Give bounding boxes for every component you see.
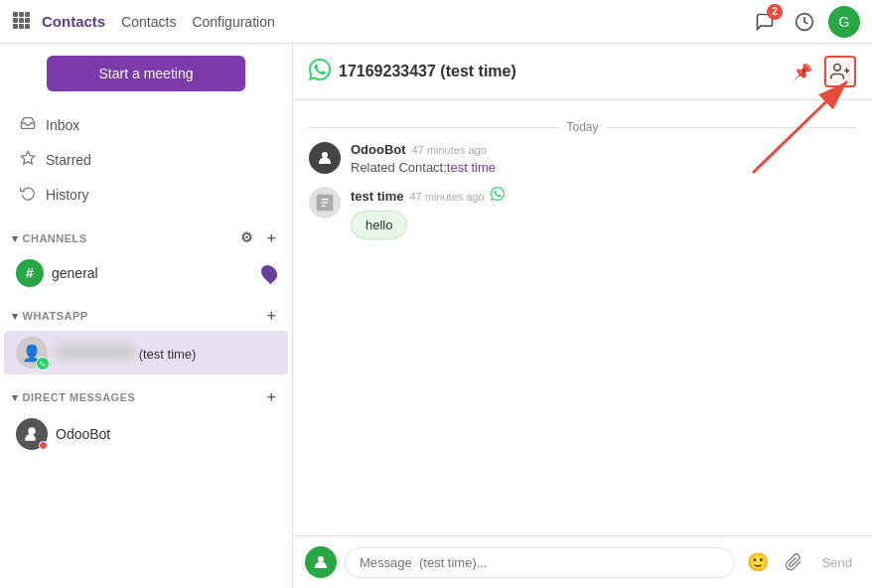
- chat-title: 17169233437 (test time): [339, 63, 787, 80]
- chat-input-area: 🙂 Send: [293, 535, 872, 588]
- svg-rect-1: [19, 12, 24, 17]
- svg-rect-8: [25, 24, 30, 29]
- message-row: test time 47 minutes ago hello: [309, 187, 856, 239]
- channels-section-header: ▾ CHANNELS ⚙ ＋: [0, 220, 292, 253]
- channels-toggle[interactable]: ▾: [12, 232, 19, 245]
- sidebar-navigation: Inbox Starred History: [0, 103, 292, 216]
- notification-badge: 2: [767, 4, 783, 20]
- sidebar-item-starred[interactable]: Starred: [0, 142, 292, 177]
- dm-odoobot[interactable]: OdooBot: [4, 412, 288, 456]
- contact-avatar-placeholder: [309, 187, 341, 219]
- svg-rect-4: [19, 18, 24, 23]
- related-contact-prefix: Related Contact:: [351, 160, 447, 175]
- testtime-message-content: test time 47 minutes ago hello: [351, 187, 856, 239]
- testtime-time: 47 minutes ago: [409, 191, 484, 203]
- odoobot-message-content: OdooBot 47 minutes ago Related Contact:t…: [351, 142, 856, 175]
- channel-indicator: [258, 262, 281, 285]
- whatsapp-toggle[interactable]: ▾: [12, 310, 19, 323]
- whatsapp-label: WHATSAPP: [23, 310, 262, 322]
- user-avatar-button[interactable]: G: [828, 6, 860, 38]
- sidebar: Start a meeting Inbox Starred: [0, 44, 293, 588]
- svg-marker-10: [21, 151, 34, 164]
- odoobot-avatar: [16, 418, 48, 450]
- main-layout: Start a meeting Inbox Starred: [0, 44, 872, 588]
- whatsapp-avatar-container: 👤: [16, 337, 48, 368]
- start-meeting-button[interactable]: Start a meeting: [47, 56, 245, 91]
- odoobot-name: OdooBot: [56, 426, 110, 442]
- dm-add-icon[interactable]: ＋: [262, 386, 281, 408]
- hello-bubble: hello: [351, 211, 407, 239]
- svg-rect-7: [19, 24, 24, 29]
- chat-header: 17169233437 (test time) 📌: [293, 44, 872, 100]
- svg-point-17: [322, 152, 328, 158]
- testtime-sender: test time: [351, 189, 403, 204]
- chat-area: 17169233437 (test time) 📌 Today: [293, 44, 872, 588]
- svg-rect-3: [13, 18, 18, 23]
- svg-point-22: [318, 556, 324, 562]
- history-icon: [20, 185, 36, 204]
- top-navigation: Contacts Contacts Configuration 2 G: [0, 0, 872, 44]
- add-user-button[interactable]: [824, 56, 856, 87]
- svg-point-11: [28, 427, 36, 435]
- svg-rect-0: [13, 12, 18, 17]
- odoobot-sender: OdooBot: [351, 142, 406, 157]
- channel-general[interactable]: # general: [4, 253, 288, 293]
- odoobot-time: 47 minutes ago: [412, 144, 487, 156]
- channel-icon: #: [16, 259, 44, 287]
- channels-settings-icon[interactable]: ⚙: [238, 227, 256, 249]
- whatsapp-contact-blurred: (test time): [56, 345, 276, 362]
- emoji-button[interactable]: 🙂: [743, 547, 773, 577]
- clock-button[interactable]: [789, 6, 820, 38]
- whatsapp-badge-icon: [36, 357, 50, 370]
- notifications-button[interactable]: 2: [749, 6, 781, 38]
- svg-rect-5: [25, 18, 30, 23]
- channel-name: general: [52, 265, 254, 281]
- user-initial: G: [839, 14, 850, 30]
- odoobot-msg-avatar: [309, 142, 341, 174]
- svg-point-14: [834, 65, 841, 72]
- inbox-label: Inbox: [46, 117, 79, 133]
- chat-header-actions: 📌: [787, 56, 856, 87]
- grid-menu-icon[interactable]: [12, 11, 30, 32]
- date-label: Today: [566, 120, 598, 134]
- inbox-icon: [20, 115, 36, 134]
- input-avatar: [305, 546, 337, 578]
- sidebar-item-history[interactable]: History: [0, 177, 292, 212]
- svg-rect-2: [25, 12, 30, 17]
- send-button[interactable]: Send: [814, 551, 860, 574]
- dm-toggle[interactable]: ▾: [12, 391, 19, 404]
- history-label: History: [46, 187, 89, 203]
- channels-label: CHANNELS: [23, 232, 239, 244]
- message-input[interactable]: [345, 547, 735, 578]
- dm-section-header: ▾ DIRECT MESSAGES ＋: [0, 378, 292, 412]
- pin-button[interactable]: 📌: [787, 56, 818, 87]
- brand-label: Contacts: [42, 13, 105, 30]
- dm-label: DIRECT MESSAGES: [23, 391, 262, 403]
- whatsapp-chat-icon: [309, 59, 331, 85]
- nav-configuration-link[interactable]: Configuration: [192, 14, 274, 30]
- whatsapp-contact-label: (test time): [139, 347, 197, 362]
- channels-add-icon[interactable]: ＋: [262, 227, 281, 249]
- nav-contacts-link[interactable]: Contacts: [121, 14, 176, 30]
- starred-icon: [20, 150, 36, 169]
- svg-rect-6: [13, 24, 18, 29]
- date-divider: Today: [309, 120, 856, 134]
- starred-label: Starred: [46, 152, 91, 168]
- message-row: OdooBot 47 minutes ago Related Contact:t…: [309, 142, 856, 175]
- whatsapp-section-header: ▾ WHATSAPP ＋: [0, 297, 292, 331]
- sidebar-item-inbox[interactable]: Inbox: [0, 107, 292, 142]
- related-contact-link[interactable]: test time: [447, 160, 496, 175]
- whatsapp-add-icon[interactable]: ＋: [262, 305, 281, 327]
- whatsapp-contact-item[interactable]: 👤 (test time): [4, 331, 288, 374]
- odoobot-body: Related Contact:test time: [351, 160, 856, 175]
- attachment-button[interactable]: [781, 549, 806, 575]
- whatsapp-message-icon: [491, 187, 505, 204]
- chat-messages: Today OdooBot 47 minutes ago Relat: [293, 100, 872, 535]
- online-status-dot: [39, 441, 48, 450]
